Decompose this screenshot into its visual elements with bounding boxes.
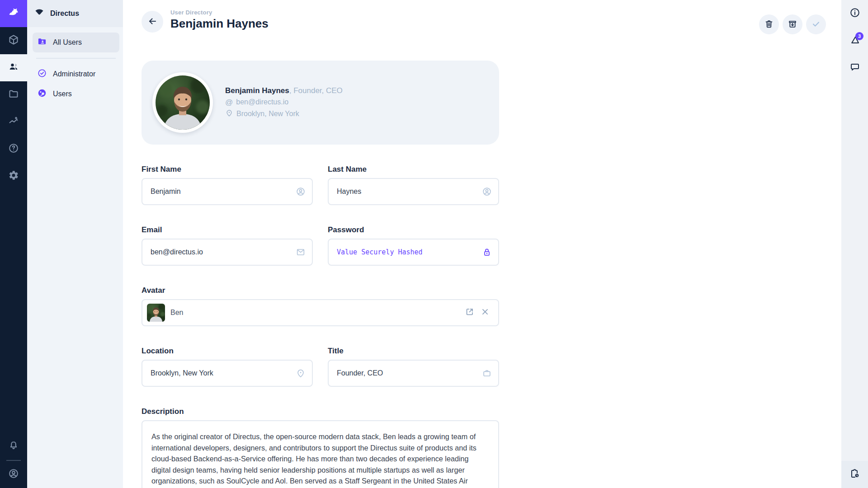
avatar-file-input[interactable]: Ben <box>142 299 499 326</box>
launch-icon[interactable] <box>465 307 475 319</box>
page-title: Benjamin Haynes <box>170 17 269 31</box>
notifications-bell-button[interactable] <box>0 433 27 460</box>
page-header: User Directory Benjamin Haynes <box>142 9 841 33</box>
nav-sidebar: Directus All Users Administrator User <box>27 0 123 488</box>
rabbit-icon <box>8 7 19 20</box>
header-actions <box>759 14 826 34</box>
field-label: Password <box>328 225 499 235</box>
directus-logo-button[interactable] <box>0 0 27 27</box>
bell-icon <box>8 440 19 453</box>
check-icon <box>811 19 821 30</box>
close-icon[interactable] <box>480 307 490 319</box>
field-email: Email <box>142 225 313 266</box>
password-input[interactable] <box>328 239 499 266</box>
field-label: Last Name <box>328 165 499 174</box>
envelope-icon <box>296 247 306 257</box>
gear-icon <box>8 170 19 183</box>
info-sidebar-button[interactable] <box>841 0 868 27</box>
module-user-directory[interactable] <box>0 54 27 81</box>
folder-icon <box>8 89 19 101</box>
arrow-left-icon <box>147 16 158 28</box>
module-settings[interactable] <box>0 163 27 190</box>
account-circle-icon <box>482 187 492 197</box>
avatar <box>152 72 213 133</box>
field-label: Avatar <box>142 286 499 295</box>
module-content[interactable] <box>0 27 27 54</box>
card-user-role: , Founder, CEO <box>289 86 343 95</box>
save-button[interactable] <box>806 14 826 34</box>
field-last-name: Last Name <box>328 165 499 205</box>
account-button[interactable] <box>0 461 27 488</box>
field-avatar: Avatar Ben <box>142 286 499 326</box>
module-insights[interactable] <box>0 108 27 136</box>
help-circle-icon <box>8 143 19 155</box>
nav-item-label: Administrator <box>53 70 95 78</box>
folder-account-icon <box>37 37 47 48</box>
right-sidebar: 3 <box>841 0 868 488</box>
account-circle-icon <box>8 468 19 481</box>
module-bar <box>0 0 27 488</box>
project-name: Directus <box>50 9 79 18</box>
breadcrumb[interactable]: User Directory <box>170 9 269 16</box>
field-label: Title <box>328 347 499 356</box>
info-icon <box>849 7 860 20</box>
field-label: Description <box>142 407 499 416</box>
nav-divider <box>36 58 116 59</box>
card-user-name: Benjamin Haynes <box>225 86 289 95</box>
people-icon <box>8 61 19 74</box>
location-input[interactable] <box>142 360 313 387</box>
module-files[interactable] <box>0 81 27 108</box>
user-card: Benjamin Haynes, Founder, CEO @ ben@dire… <box>142 61 499 145</box>
avatar-thumbnail <box>147 304 165 322</box>
main-content: User Directory Benjamin Haynes <box>123 0 841 488</box>
lock-icon <box>482 247 492 257</box>
archive-icon <box>788 19 797 30</box>
user-face-icon <box>37 88 47 100</box>
nav-item-all-users[interactable]: All Users <box>33 33 119 52</box>
at-icon: @ <box>225 99 233 106</box>
email-input[interactable] <box>142 239 313 266</box>
field-first-name: First Name <box>142 165 313 205</box>
map-pin-icon <box>225 109 233 119</box>
verified-badge-icon <box>37 68 47 80</box>
comments-sidebar-button[interactable] <box>841 54 868 81</box>
title-input[interactable] <box>328 360 499 387</box>
cube-icon <box>8 34 19 47</box>
description-textarea[interactable]: As the original creator of Directus, the… <box>142 420 499 488</box>
trash-icon <box>764 19 774 30</box>
field-label: Email <box>142 225 313 235</box>
field-label: First Name <box>142 165 313 174</box>
field-location: Location <box>142 347 313 387</box>
nav-item-label: Users <box>53 90 72 98</box>
archive-button[interactable] <box>783 14 802 34</box>
notification-count-badge: 3 <box>855 32 863 40</box>
directus-app: Directus All Users Administrator User <box>0 0 868 488</box>
notifications-sidebar-button[interactable]: 3 <box>841 27 868 54</box>
card-user-email: ben@directus.io <box>236 98 288 106</box>
nav-item-users[interactable]: Users <box>33 84 119 104</box>
revisions-icon <box>849 468 860 481</box>
map-pin-icon <box>296 368 306 378</box>
field-label: Location <box>142 347 313 356</box>
chart-sparkle-icon <box>8 116 19 128</box>
avatar-file-name: Ben <box>170 309 183 317</box>
briefcase-icon <box>482 368 492 378</box>
card-user-location: Brooklyn, New York <box>236 110 299 118</box>
comments-icon <box>849 61 860 74</box>
nav-item-label: All Users <box>53 38 82 47</box>
revisions-button[interactable] <box>841 461 868 488</box>
back-button[interactable] <box>142 11 163 33</box>
wedge-icon <box>34 8 44 19</box>
nav-item-administrator[interactable]: Administrator <box>33 64 119 84</box>
delete-button[interactable] <box>759 14 779 34</box>
account-circle-icon <box>296 187 306 197</box>
module-help[interactable] <box>0 136 27 163</box>
project-header[interactable]: Directus <box>27 0 123 27</box>
first-name-input[interactable] <box>142 178 313 205</box>
field-description: Description As the original creator of D… <box>142 407 499 488</box>
last-name-input[interactable] <box>328 178 499 205</box>
field-password: Password <box>328 225 499 266</box>
field-title: Title <box>328 347 499 387</box>
